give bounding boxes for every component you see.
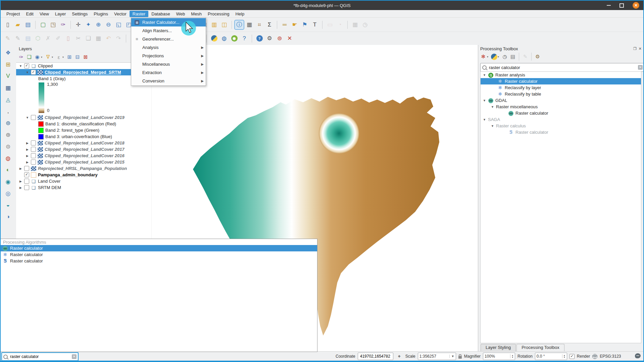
text-annotation-icon[interactable]: T — [310, 20, 319, 29]
select-by-form-icon[interactable]: ▥ — [210, 20, 218, 29]
models-menu-icon[interactable]: ✻ — [480, 53, 487, 60]
menu-layer[interactable]: Layer — [52, 11, 69, 17]
filter-legend-by-expression-dropdown-arrow[interactable]: ▾ — [62, 56, 65, 59]
layer-checkbox[interactable] — [31, 153, 36, 158]
algorithm-row[interactable]: GDRaster calculator — [481, 110, 641, 116]
tab-processing-toolbox[interactable]: Processing Toolbox — [516, 344, 564, 351]
menu-plugins[interactable]: Plugins — [91, 11, 111, 17]
invert-selection-icon[interactable]: ◫ — [220, 20, 229, 29]
menu-view[interactable]: View — [37, 11, 52, 17]
undo-icon[interactable]: ↶ — [104, 34, 113, 43]
expander-icon[interactable]: ▼ — [491, 105, 494, 109]
filter-legend-dropdown-arrow[interactable]: ▾ — [52, 56, 54, 59]
vertex-tool-icon[interactable]: ✗ — [44, 34, 52, 43]
new-3d-map-view-icon[interactable]: ▦ — [351, 20, 359, 29]
add-spatialite-layer-icon[interactable]: ⊛ — [4, 130, 12, 139]
add-wcs-layer-icon[interactable]: ◒ — [4, 201, 12, 209]
layer-checkbox[interactable] — [24, 185, 29, 190]
remove-layer-icon[interactable]: ⊠ — [82, 53, 89, 61]
style-manager-icon[interactable]: ✑ — [59, 20, 67, 29]
algorithm-group-row[interactable]: ▼Raster calculus — [481, 123, 641, 129]
layer-row[interactable]: ▶Clipped_Reprojected_LandCover 2017 — [16, 146, 151, 153]
expander-icon[interactable]: ▶ — [26, 161, 29, 164]
panel-close-icon[interactable]: ✕ — [639, 47, 642, 51]
toolbox-search-box[interactable]: ✕ — [480, 63, 644, 72]
menu-item-extraction[interactable]: Extraction▶ — [131, 68, 206, 77]
maximize-button[interactable] — [620, 3, 624, 8]
coordinate-value-box[interactable] — [358, 353, 393, 360]
redo-icon[interactable]: ↷ — [114, 34, 123, 43]
menu-item-projections[interactable]: Projections▶ — [131, 52, 206, 60]
legend-row[interactable]: Band 3: urban-coverfraction (Blue) — [16, 133, 151, 140]
add-wfs-layer-icon[interactable]: ◑ — [4, 213, 12, 221]
python-console-icon[interactable] — [210, 34, 218, 43]
add-postgis-layer-icon[interactable]: ⊚ — [4, 119, 12, 127]
open-attribute-table-icon[interactable]: ▦ — [245, 20, 254, 29]
layer-checkbox[interactable] — [31, 115, 36, 120]
provider-row[interactable]: ▼SAGA — [481, 116, 641, 123]
save-project-icon[interactable]: ▤ — [23, 20, 32, 29]
digitize-polygon-icon[interactable]: ⬡ — [34, 34, 42, 43]
render-checkbox[interactable]: ✓ — [569, 354, 575, 359]
layer-row[interactable]: ▶Clipped_Reprojected_LandCover 2018 — [16, 140, 151, 146]
delete-selected-icon[interactable]: ▯ — [64, 34, 72, 43]
minimize-button[interactable] — [607, 5, 611, 6]
options-wrench-icon[interactable]: ⚙ — [534, 53, 541, 60]
filter-legend-icon[interactable]: ∇ — [44, 53, 52, 61]
help-contents-icon[interactable]: ? — [255, 34, 264, 43]
locator-search-box[interactable]: ✕ — [1, 352, 79, 361]
menu-item-georeferencer[interactable]: ⌗Georeferencer... — [131, 35, 206, 43]
new-spatial-bookmark-icon[interactable]: ⚑ — [300, 20, 309, 29]
rotation-spinbox[interactable]: 0.0 ° ▲▼ — [535, 353, 567, 360]
add-mesh-layer-icon[interactable]: ◬ — [4, 95, 12, 104]
algorithm-row[interactable]: ✻Reclassify by layer — [481, 84, 641, 91]
close-button[interactable]: ✕ — [633, 2, 639, 9]
magnifier-spin-arrows[interactable]: ▲▼ — [510, 354, 513, 358]
expander-icon[interactable]: ▶ — [26, 141, 29, 145]
menu-web[interactable]: Web — [173, 11, 188, 17]
legend-row[interactable]: Band 1: discrete_classification (Red) — [16, 121, 151, 127]
messages-bubble-icon[interactable]: ••• — [635, 353, 641, 358]
crs-status[interactable]: EPSG:3123 — [600, 354, 621, 359]
layer-row[interactable]: ✓Pampanga_admin_boundary — [16, 172, 151, 178]
expander-icon[interactable]: ▼ — [19, 64, 22, 68]
processing-options-icon[interactable]: ⚙ — [265, 34, 274, 43]
menu-edit[interactable]: Edit — [23, 11, 36, 17]
models-menu-dropdown-arrow[interactable]: ▾ — [487, 55, 490, 58]
locator-result-row[interactable]: GDRaster calculator — [0, 245, 317, 251]
new-project-icon[interactable]: ▯ — [3, 20, 12, 29]
whats-this-icon[interactable]: ? — [240, 34, 249, 43]
show-layout-manager-icon[interactable]: ◳ — [49, 20, 57, 29]
manage-map-themes-icon[interactable]: ◉ — [34, 53, 41, 61]
zoom-in-icon[interactable]: ⊕ — [94, 20, 103, 29]
zoom-full-icon[interactable]: ◱ — [114, 20, 123, 29]
scripts-menu-python-icon[interactable] — [490, 53, 498, 60]
osm-place-search-icon[interactable]: ◉ — [230, 34, 239, 43]
filter-legend-by-expression-icon[interactable]: ε — [55, 53, 62, 61]
copy-features-icon[interactable]: ❏ — [84, 34, 93, 43]
menu-vector[interactable]: Vector — [111, 11, 130, 17]
menu-item-align-rasters[interactable]: Align Rasters... — [131, 26, 206, 35]
add-wms-layer-icon[interactable]: ◉ — [4, 177, 12, 186]
open-layer-styling-panel-icon[interactable]: ✑ — [17, 53, 25, 61]
open-project-icon[interactable]: ▰ — [13, 20, 22, 29]
menu-mesh[interactable]: Mesh — [188, 11, 205, 17]
panel-float-icon[interactable]: ❐ — [633, 47, 637, 51]
locator-result-row[interactable]: ✻Raster calculator — [0, 251, 317, 258]
coordinate-input[interactable] — [359, 354, 392, 359]
measure-line-icon[interactable]: ═ — [280, 20, 289, 29]
scale-lock-icon[interactable] — [458, 356, 462, 359]
add-oracle-layer-icon[interactable]: ◍ — [4, 154, 12, 163]
algorithm-row[interactable]: ✻Raster calculator — [481, 78, 641, 84]
map-tips-icon[interactable]: ☛ — [290, 20, 299, 29]
add-virtual-layer-icon[interactable]: ◐ — [4, 166, 12, 174]
add-vector-layer-icon[interactable]: V — [4, 72, 12, 80]
menu-project[interactable]: Project — [3, 11, 23, 17]
search-magnifier-icon[interactable]: ⊚ — [275, 34, 284, 43]
rotation-spin-arrows[interactable]: ▲▼ — [562, 354, 565, 358]
layer-checkbox[interactable]: ✓ — [24, 63, 29, 68]
layer-labeling-icon[interactable]: ▭ — [326, 20, 334, 29]
menu-item-analysis[interactable]: Analysis▶ — [131, 43, 206, 52]
expander-icon[interactable]: ▶ — [26, 154, 29, 158]
layer-group-row[interactable]: ▶❏SRTM DEM — [16, 184, 151, 191]
